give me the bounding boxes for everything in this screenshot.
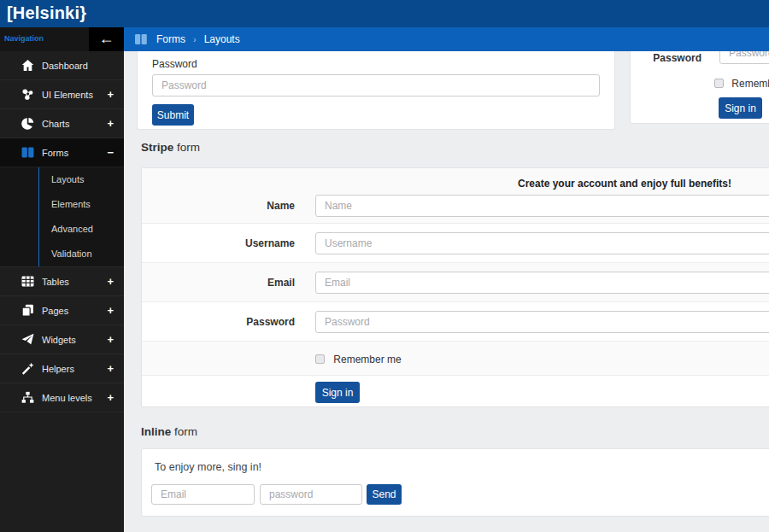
password-label: Password: [631, 52, 701, 64]
pages-icon: [21, 304, 34, 317]
remember-checkbox[interactable]: [315, 354, 325, 364]
sidebar-header-label: Navigation: [4, 34, 44, 43]
stripe-form-title: Stripe form: [141, 141, 200, 154]
plus-icon: +: [107, 117, 114, 130]
columns-icon: [21, 146, 34, 159]
remember-me-row: Remember me: [315, 354, 402, 365]
sidebar-item-label: UI Elements: [42, 90, 107, 100]
sidebar-item-widgets[interactable]: Widgets +: [0, 325, 124, 354]
breadcrumb-separator: ›: [193, 34, 197, 44]
username-input[interactable]: [315, 232, 769, 254]
login-form-card: Password Remember me Sign in: [630, 51, 769, 124]
title-strong: Inline: [141, 425, 171, 438]
sidebar-item-label: Widgets: [42, 335, 107, 345]
home-icon: [21, 59, 34, 72]
email-label: Email: [142, 277, 295, 289]
submenu-item-validation[interactable]: Validation: [0, 242, 124, 266]
inline-form-card: To enjoy more, sing in! Send: [141, 448, 769, 517]
send-button[interactable]: Send: [367, 484, 402, 505]
sidebar-item-ui-elements[interactable]: UI Elements +: [0, 80, 124, 109]
main-content: Password Submit Password Remember me Sig…: [124, 51, 769, 532]
stripe-row-email: Email: [142, 262, 769, 301]
sidebar-item-label: Dashboard: [42, 61, 124, 71]
forms-submenu: Layouts Elements Advanced Validation: [0, 167, 124, 267]
submenu-item-elements[interactable]: Elements: [0, 192, 124, 217]
magic-wand-icon: [21, 362, 34, 375]
title-rest: form: [171, 425, 197, 438]
sidebar-item-label: Pages: [42, 306, 107, 316]
stripe-banner-text: Create your account and enjoy full benef…: [315, 178, 769, 190]
stripe-row-password: Password: [142, 301, 769, 341]
plus-icon: +: [107, 391, 114, 404]
stripe-form-card: Create your account and enjoy full benef…: [141, 167, 769, 407]
password-input[interactable]: [152, 74, 600, 96]
stripe-row-signin: Sign in: [142, 375, 769, 407]
stripe-row-remember: Remember me: [142, 341, 769, 375]
submenu-item-layouts[interactable]: Layouts: [0, 167, 124, 192]
sidebar-item-pages[interactable]: Pages +: [0, 296, 124, 325]
sidebar-item-tables[interactable]: Tables +: [0, 267, 124, 296]
breadcrumb-page: Layouts: [204, 33, 240, 45]
sidebar-item-charts[interactable]: Charts +: [0, 109, 124, 138]
columns-icon: [135, 34, 147, 44]
sidebar-item-label: Helpers: [42, 364, 107, 374]
top-navbar: [Helsinki}: [0, 0, 769, 27]
plus-icon: +: [107, 88, 114, 101]
breadcrumb-section[interactable]: Forms: [156, 33, 185, 45]
pie-chart-icon: [21, 117, 34, 130]
inline-form-message: To enjoy more, sing in!: [155, 461, 261, 473]
breadcrumb: Forms › Layouts: [124, 27, 769, 51]
password-input[interactable]: [315, 311, 769, 333]
sidebar-item-label: Tables: [42, 277, 107, 287]
password-input[interactable]: [260, 484, 362, 505]
plus-icon: +: [107, 333, 114, 346]
email-input[interactable]: [151, 484, 255, 505]
sidebar-item-helpers[interactable]: Helpers +: [0, 354, 124, 383]
sidebar-header: Navigation ←: [0, 27, 124, 51]
inline-form-title: Inline form: [141, 425, 197, 438]
app-logo[interactable]: [Helsinki}: [7, 3, 86, 23]
sidebar-item-label: Charts: [42, 119, 107, 129]
remember-me-row: Remember me: [714, 78, 769, 90]
table-icon: [21, 275, 34, 288]
plus-icon: +: [107, 304, 114, 317]
remember-checkbox[interactable]: [714, 79, 724, 88]
left-arrow-icon: ←: [99, 30, 114, 47]
sidebar: Navigation ← Dashboard UI Elements +: [0, 27, 124, 532]
basic-form-card: Password Submit: [137, 51, 615, 130]
password-label: Password: [142, 316, 295, 328]
remember-label: Remember me: [333, 354, 401, 365]
paper-plane-icon: [21, 333, 34, 346]
email-input[interactable]: [315, 272, 769, 294]
remember-label: Remember me: [731, 78, 769, 90]
sidebar-item-label: Menu levels: [42, 393, 107, 403]
plus-icon: +: [107, 362, 114, 375]
app-root: [Helsinki} Forms › Layouts Navigation ← …: [0, 0, 769, 532]
name-label: Name: [142, 200, 295, 212]
plus-icon: +: [107, 275, 114, 288]
submit-button[interactable]: Submit: [152, 104, 194, 126]
sign-in-button[interactable]: Sign in: [315, 382, 360, 403]
stripe-row-username: Username: [142, 223, 769, 262]
sidebar-item-forms[interactable]: Forms −: [0, 138, 124, 167]
name-input[interactable]: [315, 195, 769, 217]
submenu-item-advanced[interactable]: Advanced: [0, 217, 124, 242]
sidebar-item-dashboard[interactable]: Dashboard: [0, 51, 124, 80]
sidebar-item-menu-levels[interactable]: Menu levels +: [0, 383, 124, 412]
sidebar-item-label: Forms: [42, 148, 107, 158]
sitemap-icon: [21, 391, 34, 404]
title-rest: form: [173, 141, 200, 154]
password-input[interactable]: [719, 51, 769, 64]
username-label: Username: [142, 237, 295, 249]
title-strong: Stripe: [141, 141, 173, 154]
stripe-row-name: Create your account and enjoy full benef…: [142, 168, 769, 223]
sidebar-collapse-button[interactable]: ←: [89, 27, 124, 51]
password-label: Password: [152, 58, 600, 70]
minus-icon: −: [107, 146, 114, 159]
ui-elements-icon: [21, 88, 34, 101]
sign-in-button[interactable]: Sign in: [719, 97, 762, 119]
